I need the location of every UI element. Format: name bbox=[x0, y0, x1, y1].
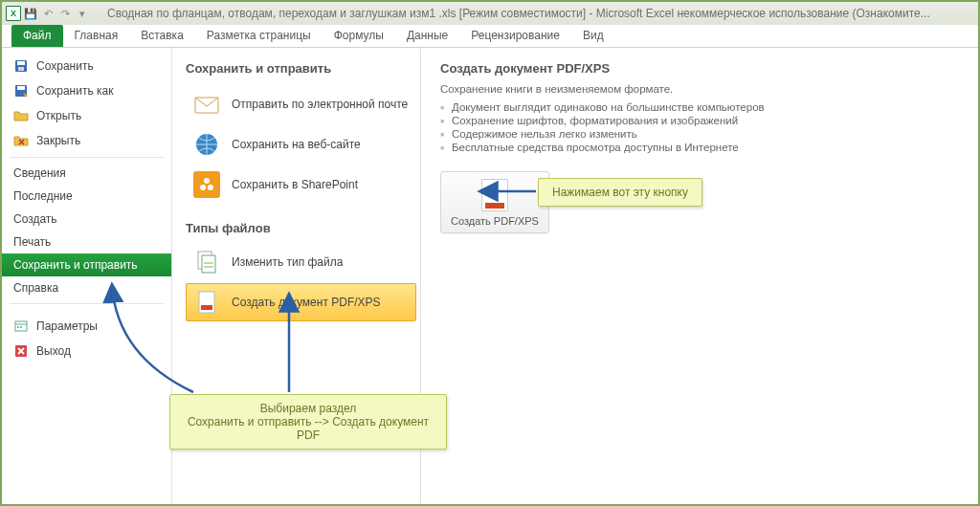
open-icon bbox=[13, 108, 29, 123]
svg-point-12 bbox=[208, 185, 213, 190]
sidebar-item-recent[interactable]: Последние bbox=[2, 185, 171, 208]
sharepoint-icon bbox=[193, 171, 220, 198]
backstage-view: Сохранить Сохранить как Открыть Закрыть … bbox=[2, 48, 978, 504]
feature-item: Документ выглядит одинаково на большинст… bbox=[452, 100, 959, 114]
sidebar-item-print[interactable]: Печать bbox=[2, 231, 171, 253]
opt-label: Отправить по электронной почте bbox=[232, 98, 408, 111]
svg-rect-17 bbox=[201, 305, 212, 310]
qat-more-icon[interactable]: ▾ bbox=[75, 6, 90, 21]
opt-label: Сохранить на веб-сайте bbox=[232, 138, 361, 151]
svg-point-7 bbox=[20, 326, 22, 328]
tab-formulas[interactable]: Формулы bbox=[323, 25, 395, 47]
options-icon bbox=[13, 319, 29, 334]
opt-changetype[interactable]: Изменить тип файла bbox=[186, 243, 416, 281]
button-label: Создать PDF/XPS bbox=[451, 215, 539, 228]
create-pdfxps-button[interactable]: Создать PDF/XPS bbox=[440, 171, 549, 233]
sidebar-item-savesend[interactable]: Сохранить и отправить bbox=[2, 253, 171, 276]
qat-undo-icon[interactable]: ↶ bbox=[40, 6, 56, 21]
opt-web[interactable]: Сохранить на веб-сайте bbox=[186, 125, 416, 164]
email-icon bbox=[193, 91, 220, 118]
sidebar-label: Справка bbox=[13, 281, 58, 295]
sidebar-label: Закрыть bbox=[36, 134, 80, 147]
tab-review[interactable]: Рецензирование bbox=[459, 25, 571, 47]
feature-list: Документ выглядит одинаково на большинст… bbox=[440, 100, 959, 154]
qat-redo-icon[interactable]: ↷ bbox=[57, 6, 73, 21]
tab-file[interactable]: Файл bbox=[11, 25, 63, 47]
section-heading: Сохранить и отправить bbox=[186, 61, 416, 76]
sidebar-label: Печать bbox=[13, 235, 51, 249]
sidebar-label: Сведения bbox=[13, 166, 66, 180]
svg-rect-15 bbox=[202, 255, 215, 273]
backstage-sidebar: Сохранить Сохранить как Открыть Закрыть … bbox=[2, 48, 172, 504]
callout-choose-section: Выбираем раздел Сохранить и отправить --… bbox=[169, 394, 447, 450]
excel-icon: X bbox=[6, 6, 21, 21]
detail-panel: Создать документ PDF/XPS Сохранение книг… bbox=[421, 48, 978, 504]
sidebar-item-options[interactable]: Параметры bbox=[2, 314, 171, 339]
callout-line1: Выбираем раздел bbox=[184, 402, 433, 415]
tab-data[interactable]: Данные bbox=[395, 25, 459, 47]
opt-label: Изменить тип файла bbox=[232, 255, 343, 269]
tab-home[interactable]: Главная bbox=[63, 25, 130, 47]
sidebar-item-new[interactable]: Создать bbox=[2, 208, 171, 231]
feature-item: Содержимое нельзя легко изменить bbox=[452, 127, 959, 141]
exit-icon bbox=[13, 343, 29, 359]
sidebar-label: Создать bbox=[13, 212, 57, 226]
tab-insert[interactable]: Вставка bbox=[129, 25, 195, 47]
opt-email[interactable]: Отправить по электронной почте bbox=[186, 85, 416, 123]
changetype-icon bbox=[193, 249, 220, 275]
opt-label: Сохранить в SharePoint bbox=[232, 178, 358, 191]
section-heading-filetypes: Типы файлов bbox=[186, 221, 416, 235]
feature-item: Сохранение шрифтов, форматирования и изо… bbox=[452, 114, 959, 127]
detail-heading: Создать документ PDF/XPS bbox=[440, 61, 959, 76]
close-icon bbox=[13, 133, 29, 148]
quick-access-toolbar: X 💾 ↶ ↷ ▾ bbox=[6, 6, 90, 21]
sidebar-item-close[interactable]: Закрыть bbox=[2, 128, 171, 153]
svg-point-6 bbox=[17, 326, 19, 328]
qat-save-icon[interactable]: 💾 bbox=[23, 6, 38, 21]
callout-press-button: Нажимаем вот эту кнопку bbox=[538, 178, 702, 207]
pdf-icon bbox=[193, 289, 220, 316]
sidebar-label: Выход bbox=[36, 344, 71, 358]
sidebar-item-open[interactable]: Открыть bbox=[2, 103, 171, 128]
sidebar-item-exit[interactable]: Выход bbox=[2, 339, 171, 363]
sidebar-label: Сохранить как bbox=[36, 84, 113, 98]
saveas-icon bbox=[13, 83, 29, 99]
feature-item: Бесплатные средства просмотра доступны в… bbox=[452, 141, 959, 154]
svg-rect-4 bbox=[17, 86, 25, 90]
callout-line2: Сохранить и отправить --> Создать докуме… bbox=[184, 415, 433, 442]
sidebar-item-save[interactable]: Сохранить bbox=[2, 54, 171, 78]
tab-pagelayout[interactable]: Разметка страницы bbox=[195, 25, 323, 47]
detail-desc: Сохранение книги в неизменяемом формате. bbox=[440, 83, 959, 95]
sidebar-label: Последние bbox=[13, 189, 73, 203]
opt-pdfxps[interactable]: Создать документ PDF/XPS bbox=[186, 283, 416, 321]
ribbon-tabs: Файл Главная Вставка Разметка страницы Ф… bbox=[2, 25, 978, 48]
opt-sharepoint[interactable]: Сохранить в SharePoint bbox=[186, 165, 416, 204]
svg-point-13 bbox=[204, 178, 210, 184]
save-icon bbox=[13, 58, 29, 74]
sidebar-item-saveas[interactable]: Сохранить как bbox=[2, 78, 171, 103]
sidebar-label: Открыть bbox=[36, 109, 81, 122]
sidebar-label: Сохранить bbox=[36, 59, 94, 73]
sidebar-label: Сохранить и отправить bbox=[13, 258, 138, 272]
document-icon bbox=[481, 179, 508, 211]
opt-label: Создать документ PDF/XPS bbox=[232, 296, 381, 309]
sidebar-label: Параметры bbox=[36, 319, 98, 333]
tab-view[interactable]: Вид bbox=[571, 25, 615, 47]
svg-rect-2 bbox=[18, 67, 24, 71]
title-bar: X 💾 ↶ ↷ ▾ Сводная по фланцам, отводам, п… bbox=[2, 2, 978, 25]
sidebar-item-info[interactable]: Сведения bbox=[2, 162, 171, 185]
svg-point-11 bbox=[200, 185, 206, 190]
svg-rect-1 bbox=[17, 61, 25, 65]
sidebar-item-help[interactable]: Справка bbox=[2, 276, 171, 299]
window-title: Сводная по фланцам, отводам, переходам и… bbox=[90, 7, 974, 20]
globe-icon bbox=[193, 131, 220, 158]
